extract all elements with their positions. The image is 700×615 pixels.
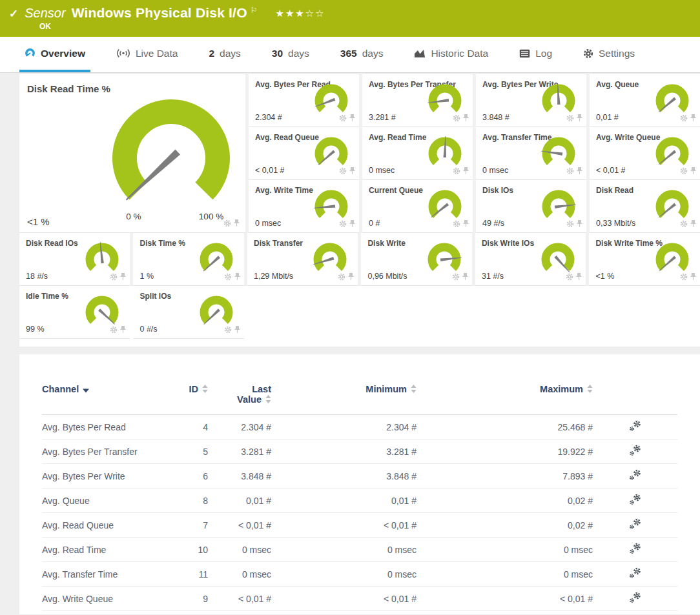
table-row-avg-queue: Avg. Queue80,01 #0,01 #0,02 # [42, 489, 677, 513]
gauge-tile-avg-bytes-per-transfer[interactable]: Avg. Bytes Per Transfer 3.281 # [362, 74, 473, 127]
flag-icon[interactable]: ⚐ [251, 6, 258, 15]
pin-icon[interactable] [690, 219, 697, 230]
last-value-cell: 0 msec [208, 562, 271, 587]
column-header-id[interactable]: ID [171, 384, 208, 415]
minimum-cell: 3.848 # [271, 464, 417, 489]
maximum-cell: 0 msec [417, 562, 593, 587]
channel-settings-button[interactable] [629, 445, 642, 458]
gauge-tile-disk-time[interactable]: Disk Time % 1 % [133, 233, 243, 286]
gauge-settings-gear-icon[interactable] [453, 113, 460, 125]
gauge-tile-avg-read-time[interactable]: Avg. Read Time 0 msec [362, 127, 473, 180]
gauge-settings-gear-icon[interactable] [339, 166, 347, 177]
channel-id-cell: 6 [171, 464, 208, 489]
gauge-settings-gear-icon[interactable] [224, 272, 232, 283]
gauge-settings-gear-icon[interactable] [680, 166, 688, 177]
gauge-tile-actions [110, 272, 127, 283]
gauge-settings-gear-icon[interactable] [453, 219, 460, 230]
pin-icon[interactable] [462, 219, 469, 230]
pin-icon[interactable] [462, 166, 469, 177]
gauge-tile-avg-queue[interactable]: Avg. Queue 0,01 # [590, 74, 700, 127]
pin-icon[interactable] [234, 272, 241, 283]
gauge-settings-gear-icon[interactable] [339, 219, 347, 230]
channel-settings-button[interactable] [629, 518, 642, 532]
pin-icon[interactable] [576, 113, 583, 125]
page-title: Windows Physical Disk I/O [72, 5, 247, 21]
gauge-settings-gear-icon[interactable] [339, 113, 347, 125]
pin-icon[interactable] [690, 113, 697, 125]
gauge-settings-gear-icon[interactable] [566, 272, 573, 283]
column-header-minimum[interactable]: Minimum [271, 384, 417, 415]
channel-settings-button[interactable] [629, 469, 642, 483]
gauge-tile-avg-write-time[interactable]: Avg. Write Time 0 msec [249, 180, 359, 233]
pin-icon[interactable] [349, 166, 356, 177]
gauge-tile-disk-read-ios[interactable]: Disk Read IOs 18 #/s [19, 233, 130, 286]
gauge-tile-split-ios[interactable]: Split IOs 0 #/s [133, 286, 243, 339]
gauge-settings-gear-icon[interactable] [110, 272, 118, 283]
pin-icon[interactable] [347, 272, 355, 283]
gauge-tile-avg-read-queue[interactable]: Avg. Read Queue < 0,01 # [249, 127, 359, 180]
pin-icon[interactable] [234, 325, 241, 336]
gauge-settings-gear-icon[interactable] [110, 325, 118, 336]
gauge-value: <1 % [27, 216, 50, 227]
tab-historic-data[interactable]: Historic Data [409, 37, 493, 72]
gauge-tile-disk-read[interactable]: Disk Read 0,33 Mbit/s [590, 180, 700, 233]
priority-star-rating[interactable]: ★★★☆☆ [275, 8, 325, 19]
gauge-tile-disk-read-time[interactable]: Disk Read Time % 0 % 100 % <1 % [19, 74, 245, 233]
gauge-tile-disk-write[interactable]: Disk Write 0,96 Mbit/s [361, 233, 471, 286]
pin-icon[interactable] [462, 272, 469, 283]
channel-name-cell: Avg. Bytes Per Transfer [42, 439, 171, 464]
pin-icon[interactable] [119, 272, 127, 283]
gauge-settings-gear-icon[interactable] [680, 113, 688, 125]
gauge-tile-disk-write-time[interactable]: Disk Write Time % <1 % [589, 233, 699, 286]
gauge-settings-gear-icon[interactable] [452, 272, 460, 283]
gauge-settings-gear-icon[interactable] [566, 219, 574, 230]
pin-icon[interactable] [576, 166, 583, 177]
gauge-tile-idle-time[interactable]: Idle Time % 99 % [19, 286, 130, 339]
gauge-settings-gear-icon[interactable] [223, 218, 231, 230]
channel-settings-button[interactable] [629, 567, 642, 581]
tab-label: days [362, 48, 384, 59]
tab-2-days[interactable]: 2days [203, 37, 245, 72]
pin-icon[interactable] [690, 272, 697, 283]
pin-icon[interactable] [349, 113, 356, 125]
pin-icon[interactable] [349, 219, 356, 230]
gauge-tile-disk-transfer[interactable]: Disk Transfer 1,29 Mbit/s [247, 233, 358, 286]
last-value-cell: 3.281 # [208, 439, 271, 464]
gauge-tile-actions [680, 113, 697, 125]
gauge-tile-avg-bytes-per-read[interactable]: Avg. Bytes Per Read 2.304 # [249, 74, 359, 127]
column-header-last-value[interactable]: LastValue [208, 384, 271, 415]
pin-icon[interactable] [119, 325, 127, 336]
pin-icon[interactable] [690, 166, 697, 177]
tab-live-data[interactable]: Live Data [111, 37, 183, 72]
tab-overview[interactable]: Overview [19, 37, 90, 72]
gauge-settings-gear-icon[interactable] [224, 325, 232, 336]
channel-settings-button[interactable] [629, 592, 642, 605]
gauge-settings-gear-icon[interactable] [566, 166, 574, 177]
tab-365-days[interactable]: 365days [335, 37, 389, 72]
tab-log[interactable]: Log [514, 37, 557, 72]
gauge-tile-disk-write-ios[interactable]: Disk Write IOs 31 #/s [475, 233, 586, 286]
gauge-tile-current-queue[interactable]: Current Queue 0 # [362, 180, 473, 233]
gauge-settings-gear-icon[interactable] [566, 113, 574, 125]
channel-settings-button[interactable] [629, 494, 642, 507]
gauge-settings-gear-icon[interactable] [338, 272, 345, 283]
gauge-settings-gear-icon[interactable] [680, 272, 688, 283]
pin-icon[interactable] [575, 272, 582, 283]
column-header-maximum[interactable]: Maximum [417, 384, 593, 415]
pin-icon[interactable] [462, 113, 469, 125]
tab-settings[interactable]: Settings [578, 37, 640, 72]
gauge-tile-avg-bytes-per-write[interactable]: Avg. Bytes Per Write 3.848 # [476, 74, 586, 127]
gauge-tile-disk-ios[interactable]: Disk IOs 49 #/s [476, 180, 586, 233]
gauge-tile-avg-write-queue[interactable]: Avg. Write Queue < 0,01 # [590, 127, 700, 180]
pin-icon[interactable] [233, 218, 240, 230]
gauge-tile-avg-transfer-time[interactable]: Avg. Transfer Time 0 msec [476, 127, 586, 180]
tab-30-days[interactable]: 30days [267, 37, 314, 72]
column-header-channel[interactable]: Channel [42, 384, 171, 415]
gauge-settings-gear-icon[interactable] [453, 166, 460, 177]
gauge-settings-gear-icon[interactable] [680, 219, 688, 230]
last-value-cell: 0 msec [208, 538, 271, 562]
pin-icon[interactable] [576, 219, 583, 230]
channel-settings-button[interactable] [629, 543, 642, 556]
channel-settings-button[interactable] [629, 420, 642, 434]
gauge-value: 0 msec [482, 166, 508, 175]
